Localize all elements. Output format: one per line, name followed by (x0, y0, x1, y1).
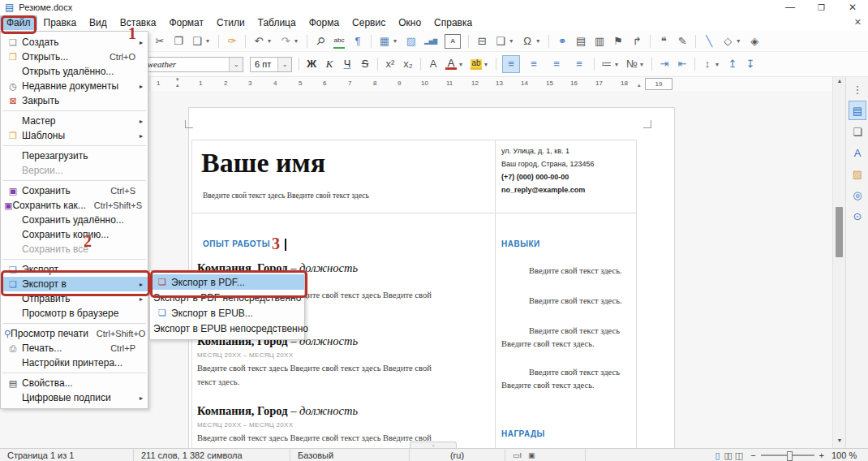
menu-file[interactable]: Файл (0, 15, 37, 30)
insert-field-dropdown-icon[interactable]: ▾ (509, 37, 514, 45)
multi-page-view-icon[interactable]: ▯▯ (724, 450, 731, 461)
special-character-icon[interactable]: Ω (522, 35, 533, 48)
line-spacing-icon[interactable]: ↕ (702, 58, 713, 71)
bullets-dropdown-icon[interactable]: ▾ (615, 61, 620, 68)
zoom-thumb[interactable] (787, 451, 793, 461)
menu-item-close[interactable]: ⊠Закрыть (1, 93, 148, 108)
endnote-icon[interactable]: ▥ (594, 35, 605, 48)
skill-paragraph[interactable]: Введите свой текст здесь Введите свой те… (501, 325, 633, 350)
find-replace-icon[interactable]: ⚲ (312, 32, 329, 50)
subscript-icon[interactable]: x₂ (402, 58, 414, 71)
menu-item-wizards[interactable]: Мастер▸ (1, 114, 148, 128)
align-center-icon[interactable]: ≡ (526, 56, 542, 72)
menu-edit[interactable]: Правка (37, 15, 84, 30)
symbol-shapes-icon[interactable]: ◈ (749, 35, 760, 48)
skills-heading[interactable]: НАВЫКИ (501, 239, 540, 248)
menu-item-export-as[interactable]: ❏Экспорт в▸ (1, 277, 148, 291)
strikethrough-icon[interactable]: S (359, 58, 371, 71)
highlight-dropdown-icon[interactable]: ▾ (484, 61, 489, 68)
zoom-out-icon[interactable]: − (750, 450, 755, 460)
line-icon[interactable]: ╲ (703, 35, 715, 48)
menu-insert[interactable]: Вставка (114, 15, 163, 30)
menu-window[interactable]: Окно (392, 15, 428, 30)
menu-item-print[interactable]: ⎙Печать...Ctrl+P (1, 341, 148, 355)
scroll-up-icon[interactable]: ▲ (833, 78, 846, 84)
bullets-icon[interactable]: ≔ (601, 58, 612, 71)
font-color-icon[interactable]: A (445, 58, 457, 70)
single-page-view-icon[interactable]: ▯ (715, 450, 720, 461)
status-page-count[interactable]: Страница 1 из 1 (0, 449, 134, 461)
menu-help[interactable]: Справка (428, 15, 479, 30)
chart-icon[interactable]: ▂▅▇ (424, 35, 437, 48)
menu-item-save-as[interactable]: ▣Сохранить как...Ctrl+Shift+S (1, 198, 148, 213)
menu-item-save-remote[interactable]: Сохранить удалённо... (1, 213, 148, 227)
font-color-dropdown-icon[interactable]: ▾ (459, 61, 464, 68)
bold-icon[interactable]: Ж (306, 58, 317, 71)
menu-format[interactable]: Формат (162, 15, 210, 30)
menu-item-properties[interactable]: ▤Свойства... (1, 376, 148, 390)
redo-icon[interactable]: ↷ (280, 35, 291, 48)
basic-shapes-dropdown-icon[interactable]: ▾ (737, 37, 741, 45)
resume-address[interactable]: ул. Улица, д. 1, кв. 1 Ваш город, Страна… (501, 144, 631, 196)
scrollbar-thumb[interactable] (836, 207, 843, 257)
submenu-item-export-pdf-direct[interactable]: Экспорт в PDF непосредственно (150, 290, 304, 305)
font-name-dropdown-icon[interactable]: ⌄ (229, 58, 243, 71)
justify-icon[interactable]: ≡ (571, 56, 587, 72)
menu-item-digital-signatures[interactable]: Цифровые подписи▸ (1, 390, 148, 405)
vertical-scrollbar[interactable]: ▲ ▼ (832, 77, 846, 448)
basic-shapes-icon[interactable]: ◇ (722, 35, 733, 48)
clear-formatting-icon[interactable]: A (428, 58, 439, 71)
menu-item-templates[interactable]: ❐Шаблоны▸ (1, 128, 148, 143)
page-panel-icon[interactable]: ❏ (849, 123, 866, 140)
table-icon[interactable]: ▦ (379, 35, 390, 48)
footnote-icon[interactable]: ▤ (575, 35, 587, 48)
close-button[interactable]: ✕ (849, 0, 857, 15)
status-word-count[interactable]: 211 слов, 1 382 символа (134, 449, 290, 461)
styles-icon[interactable]: A (849, 144, 866, 162)
menu-item-recent-documents[interactable]: ◷Недавние документы▸ (1, 79, 148, 93)
status-language[interactable]: (ru) (410, 449, 505, 461)
menu-item-save[interactable]: ▣СохранитьCtrl+S (1, 183, 148, 198)
menu-item-open-remote[interactable]: Открыть удалённо... (1, 64, 148, 79)
comment-icon[interactable]: ❝ (658, 35, 669, 48)
insert-field-icon[interactable]: ❑ (495, 35, 506, 48)
close-document-icon[interactable]: ✕ (854, 17, 862, 28)
job-entry[interactable]: Компания, Город – должность МЕСЯЦ 20XX –… (197, 334, 450, 389)
highlight-color-icon[interactable]: ab (471, 59, 482, 70)
redo-dropdown-icon[interactable]: ▾ (294, 37, 299, 45)
menu-item-save-copy[interactable]: Сохранить копию... (1, 227, 148, 242)
cross-reference-icon[interactable]: ↱ (631, 35, 642, 48)
page-break-icon[interactable]: ⊟ (476, 35, 488, 48)
experience-heading[interactable]: ОПЫТ РАБОТЫ (203, 239, 270, 248)
awards-heading[interactable]: НАГРАДЫ (501, 429, 545, 438)
sidebar-settings-icon[interactable]: ⋮ (849, 80, 866, 98)
numbering-dropdown-icon[interactable]: ▾ (640, 61, 645, 68)
menu-item-print-preview[interactable]: ⚲Просмотр печатиCtrl+Shift+O (1, 326, 148, 341)
gallery-icon[interactable]: ▨ (849, 165, 866, 183)
underline-icon[interactable]: Ч (342, 58, 353, 71)
scroll-down-icon[interactable]: ▼ (833, 437, 846, 443)
minimize-button[interactable]: — (785, 0, 795, 15)
menu-item-preview-in-browser[interactable]: Просмотр в браузере (1, 306, 148, 321)
status-page-style[interactable]: Базовый (290, 449, 410, 461)
font-size-combo[interactable]: 6 пт ⌄ (250, 57, 292, 72)
bookmark-icon[interactable]: ⚑ (612, 35, 624, 48)
zoom-track[interactable] (761, 455, 814, 456)
zoom-level[interactable]: 100 % (824, 449, 868, 461)
menu-tools[interactable]: Сервис (346, 15, 392, 30)
special-character-dropdown-icon[interactable]: ▾ (536, 37, 541, 45)
navigator-icon[interactable]: ◎ (849, 186, 866, 204)
track-changes-icon[interactable]: ✎ (677, 35, 688, 48)
submenu-item-export-epub[interactable]: ❏Экспорт в EPUB... (150, 305, 304, 321)
menu-item-reload[interactable]: Перезагрузить (1, 149, 148, 163)
superscript-icon[interactable]: x² (385, 58, 396, 71)
menu-item-printer-settings[interactable]: Настройки принтера... (1, 355, 148, 370)
menu-form[interactable]: Форма (303, 15, 346, 30)
paste-icon[interactable]: ❑ (191, 35, 203, 48)
accessibility-check-icon[interactable]: ⊙ (849, 207, 866, 225)
properties-icon[interactable]: ▤ (849, 101, 866, 119)
menu-item-export[interactable]: ❏Экспорт... (1, 262, 148, 277)
table-dropdown-icon[interactable]: ▾ (393, 37, 398, 45)
cut-icon[interactable]: ✂ (154, 35, 165, 48)
resume-name[interactable]: Ваше имя (201, 148, 325, 179)
